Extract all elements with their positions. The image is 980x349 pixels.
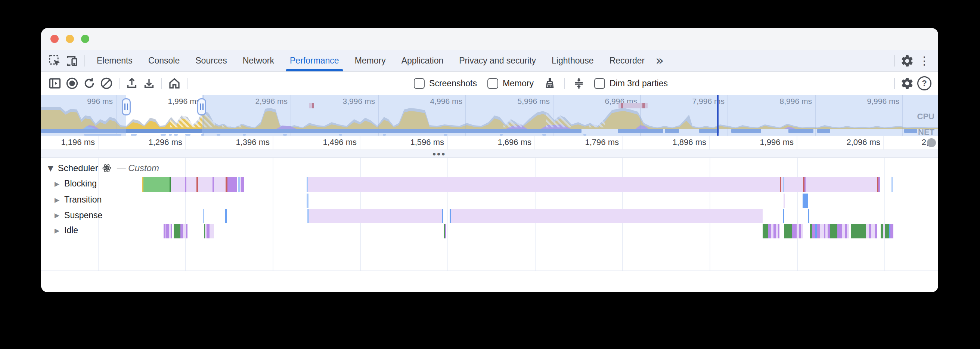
help-icon[interactable]: ? (916, 75, 933, 92)
timeline-event-segment[interactable] (875, 224, 877, 238)
tab-network[interactable]: Network (235, 50, 282, 72)
window-titlebar[interactable] (41, 28, 938, 50)
timeline-event-segment[interactable] (885, 224, 889, 238)
timeline-event-segment[interactable] (171, 177, 228, 192)
dim-3rd-parties-checkbox-box[interactable] (594, 78, 605, 89)
timeline-event-segment[interactable] (165, 224, 169, 238)
timeline-event-segment[interactable] (186, 224, 188, 238)
zoom-window-button[interactable] (81, 35, 89, 43)
timeline-event-segment[interactable] (837, 224, 842, 238)
clear-icon[interactable] (98, 75, 115, 92)
tab-application[interactable]: Application (394, 50, 452, 72)
timeline-event-segment[interactable] (196, 177, 198, 192)
close-window-button[interactable] (51, 35, 59, 43)
tab-memory[interactable]: Memory (347, 50, 394, 72)
tab-performance[interactable]: Performance (282, 50, 347, 72)
timeline-event-segment[interactable] (878, 177, 880, 192)
timeline-event-segment[interactable] (203, 209, 204, 223)
toggle-sidebar-icon[interactable] (46, 75, 64, 92)
settings-gear-icon[interactable] (899, 52, 916, 70)
capture-settings-gear-icon[interactable] (899, 75, 916, 92)
timeline-event-segment[interactable] (780, 177, 781, 192)
timeline-event-segment[interactable] (143, 177, 170, 192)
timeline-event-segment[interactable] (812, 224, 815, 238)
memory-checkbox[interactable]: Memory (487, 78, 534, 89)
timeline-event-segment[interactable] (805, 177, 806, 192)
track-lane-blocking[interactable] (41, 177, 938, 192)
tab-recorder[interactable]: Recorder (602, 50, 653, 72)
timeline-event-segment[interactable] (820, 224, 824, 238)
timeline-event-segment[interactable] (180, 224, 183, 238)
record-icon[interactable] (64, 75, 81, 92)
timeline-event-segment[interactable] (891, 177, 892, 192)
timeline-event-segment[interactable] (241, 177, 244, 192)
kebab-menu-icon[interactable]: ⋮ (916, 52, 933, 70)
selection-handle-right[interactable] (197, 98, 206, 115)
timeline-event-segment[interactable] (842, 224, 845, 238)
timeline-overview[interactable]: CPU NET 996 ms1,996 ms2,996 ms3,996 ms4,… (41, 95, 938, 136)
timeline-event-segment[interactable] (847, 224, 849, 238)
timeline-event-segment[interactable] (768, 224, 771, 238)
track-lane-idle[interactable] (41, 224, 938, 238)
collect-garbage-icon[interactable] (541, 75, 558, 92)
timeline-event-segment[interactable] (164, 224, 165, 238)
scheduler-track-header[interactable]: ▼ Scheduler — Custom (48, 163, 159, 174)
device-toolbar-icon[interactable] (64, 52, 81, 70)
timeline-event-segment[interactable] (445, 224, 446, 238)
timeline-event-segment[interactable] (890, 224, 893, 238)
timeline-event-segment[interactable] (171, 224, 172, 238)
timeline-event-segment[interactable] (225, 209, 227, 223)
timeline-event-segment[interactable] (866, 224, 869, 238)
timeline-event-segment[interactable] (784, 224, 792, 238)
timeline-event-segment[interactable] (869, 224, 871, 238)
timeline-event-segment[interactable] (871, 224, 875, 238)
timeline-event-segment[interactable] (784, 194, 785, 208)
timeline-event-segment[interactable] (783, 209, 784, 223)
timeline-event-segment[interactable] (173, 224, 180, 238)
tab-lighthouse[interactable]: Lighthouse (544, 50, 602, 72)
timeline-event-segment[interactable] (778, 224, 780, 238)
track-lane-transition[interactable] (41, 194, 938, 208)
timeline-event-segment[interactable] (228, 177, 237, 192)
screenshots-checkbox-box[interactable] (414, 78, 425, 89)
timeline-event-segment[interactable] (773, 224, 776, 238)
tab-elements[interactable]: Elements (89, 50, 140, 72)
timeline-event-segment[interactable] (451, 209, 763, 223)
home-icon[interactable] (166, 75, 183, 92)
screenshots-checkbox[interactable]: Screenshots (414, 78, 477, 89)
selection-handle-left[interactable] (122, 98, 131, 115)
dim-3rd-parties-checkbox[interactable]: Dim 3rd parties (594, 78, 668, 89)
custom-tracks-canvas[interactable]: ▼ Scheduler — Custom ▶Blocking▶Transitio… (41, 158, 938, 271)
timeline-event-segment[interactable] (830, 224, 837, 238)
timeline-event-segment[interactable] (185, 177, 186, 192)
timeline-playhead[interactable] (717, 95, 719, 135)
load-profile-icon[interactable] (123, 75, 140, 92)
panel-splitter[interactable]: ••• (41, 150, 938, 158)
tab-console[interactable]: Console (140, 50, 188, 72)
timeline-event-segment[interactable] (213, 177, 214, 192)
timeline-event-segment[interactable] (851, 224, 866, 238)
timeline-event-segment[interactable] (308, 177, 877, 192)
timeline-event-segment[interactable] (307, 194, 309, 208)
timeline-event-segment[interactable] (783, 177, 784, 192)
timeline-event-segment[interactable] (207, 224, 210, 238)
timeline-event-segment[interactable] (817, 224, 820, 238)
tab-sources[interactable]: Sources (188, 50, 235, 72)
inspect-element-icon[interactable] (46, 52, 64, 70)
more-tabs-icon[interactable]: » (652, 55, 667, 66)
record-and-reload-icon[interactable] (81, 75, 98, 92)
timeline-event-segment[interactable] (792, 224, 797, 238)
collapse-track-icon[interactable]: ▼ (48, 164, 53, 172)
timeline-event-segment[interactable] (801, 224, 803, 238)
scrollbar-thumb[interactable] (927, 138, 936, 147)
save-profile-icon[interactable] (140, 75, 158, 92)
track-lane-suspense[interactable] (41, 209, 938, 223)
timeline-event-segment[interactable] (210, 224, 214, 238)
timeline-event-segment[interactable] (240, 177, 241, 192)
timeline-event-segment[interactable] (763, 224, 768, 238)
timeline-event-segment[interactable] (442, 209, 443, 223)
timeline-event-segment[interactable] (803, 194, 808, 208)
timeline-event-segment[interactable] (309, 209, 442, 223)
tab-privacy-and-security[interactable]: Privacy and security (451, 50, 544, 72)
timeline-event-segment[interactable] (183, 224, 186, 238)
